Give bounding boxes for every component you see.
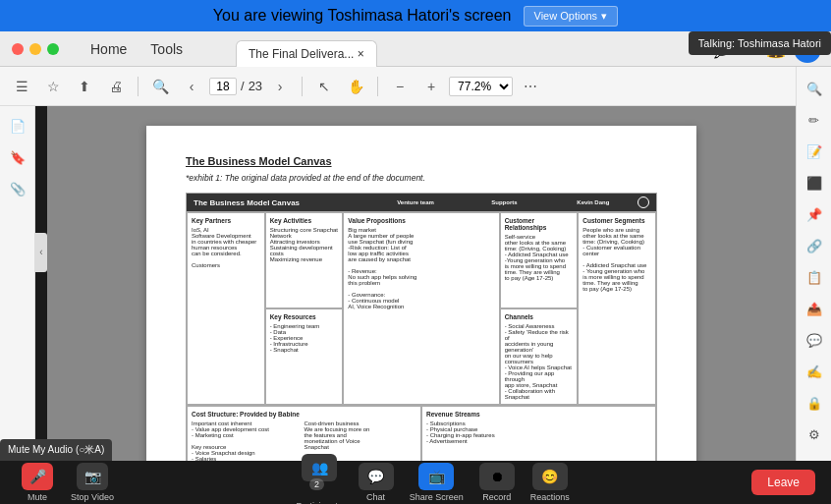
toolbar-menu-icon[interactable]: ☰ [8,73,35,100]
pdf-page: The Business Model Canvas *exhibit 1: Th… [146,126,696,465]
chat-label: Chat [366,492,385,502]
reactions-label: Reactions [530,492,570,502]
print-icon[interactable]: 🖨 [102,73,130,100]
toolbar: ☰ ☆ ⬆ 🖨 🔍 ‹ / 23 › ↖ ✋ − + 77.2% 50% 75%… [0,67,831,106]
tab-bar: The Final Delivera... × [236,31,635,67]
participant-count: 2 [309,478,324,490]
meeting-left-controls: 🎤 Mute 📷 Stop Video [16,463,114,502]
meeting-bar: 🎤 Mute 📷 Stop Video 👥 2 Participants 💬 C… [0,461,831,504]
prev-page-icon[interactable]: ‹ [178,73,205,100]
sidebar-annotate-icon[interactable]: ✏ [801,106,828,134]
mute-button[interactable]: 🎤 Mute [16,463,59,502]
share-screen-button[interactable]: 📺 Share Screen [410,463,464,502]
sidebar-shape-icon[interactable]: ⬛ [801,169,828,196]
minimize-button[interactable] [29,43,41,55]
bmc-key-resources: Key Resources - Engineering team- Data- … [265,308,344,405]
traffic-lights [0,43,71,55]
mute-audio-label: Mute My Audio (○米A) [0,439,112,461]
record-label: Record [482,492,511,502]
bmc-customer-relationships: Customer Relationships Self-serviceother… [500,212,579,308]
separator-3 [377,77,378,96]
bmc-key-activities: Key Activities Structuring core Snapchat… [265,212,344,308]
stop-video-label: Stop Video [71,492,114,502]
reactions-icon: 😊 [532,463,568,490]
sidebar-export-icon[interactable]: 📤 [801,295,828,322]
sidebar-link-icon[interactable]: 🔗 [801,232,828,259]
leave-button[interactable]: Leave [751,470,815,495]
sidebar-highlight-icon[interactable]: 📝 [801,138,828,165]
separator-2 [302,77,303,96]
separator-1 [138,77,138,96]
zoom-plus-icon[interactable]: + [417,73,445,100]
sidebar-protect-icon[interactable]: 🔒 [801,389,828,417]
record-icon: ⏺ [479,463,515,490]
bmc-key-partners: Key Partners IoS, AISoftware Development… [187,212,265,405]
record-button[interactable]: ⏺ Record [479,463,515,502]
next-page-icon[interactable]: › [266,73,294,100]
bmc-value-props: Value Propositions Big marketA large num… [343,212,499,405]
notification-text: You are viewing Toshimasa Hatori's scree… [213,7,512,25]
participants-icon: 👥 [302,454,337,481]
canvas-title: The Business Model Canvas [186,155,657,167]
more-options-icon[interactable]: ⋯ [517,73,544,100]
tooltip: Talking: Toshimasa Hatori [689,31,831,55]
zoom-out-icon[interactable]: 🔍 [146,73,174,100]
sidebar-form-icon[interactable]: 📋 [801,263,828,291]
maximize-button[interactable] [47,43,59,55]
reactions-button[interactable]: 😊 Reactions [530,463,570,502]
content-area: The Business Model Canvas *exhibit 1: Th… [47,106,796,465]
zoom-select[interactable]: 77.2% 50% 75% 100% 150% [449,77,513,96]
menu-home[interactable]: Home [79,31,138,67]
close-button[interactable] [12,43,24,55]
bmc-customer-segments: Customer Segments People who are usingot… [578,212,656,405]
share-screen-label: Share Screen [410,492,464,502]
sidebar-stamp-icon[interactable]: 📌 [801,200,828,228]
notification-bar: You are viewing Toshimasa Hatori's scree… [0,0,831,31]
document-tab[interactable]: The Final Delivera... × [236,40,377,67]
business-model-canvas: The Business Model Canvas Venture team S… [186,193,657,465]
upload-icon[interactable]: ⬆ [71,73,98,100]
sidebar-sign-icon[interactable]: ✍ [801,358,828,385]
view-options-button[interactable]: View Options ▾ [524,6,619,27]
right-sidebar: 🔍 ✏ 📝 ⬛ 📌 🔗 📋 📤 💬 ✍ 🔒 ⚙ [796,67,831,465]
hand-icon[interactable]: ✋ [342,73,369,100]
bmc-header: The Business Model Canvas Venture team S… [187,194,656,211]
attachments-icon[interactable]: 📎 [6,177,29,200]
sidebar-zoom-icon[interactable]: 🔍 [801,75,828,102]
mute-label-text: Mute [28,492,47,502]
participants-button[interactable]: 👥 2 Participants [297,454,343,504]
chat-meeting-icon: 💬 [359,463,394,490]
tab-title: The Final Delivera... × [249,47,364,61]
sidebar-settings-icon[interactable]: ⚙ [801,420,828,448]
page-total: 23 [249,79,262,93]
page-info: / 23 [209,78,262,95]
chat-button[interactable]: 💬 Chat [359,463,394,502]
left-sidebar: 📄 🔖 📎 [0,106,35,465]
share-screen-icon: 📺 [418,463,454,490]
video-icon: 📷 [77,463,108,490]
canvas-note: *exhibit 1: The original data provided a… [186,173,657,183]
menu-bar: Home Tools [79,31,194,67]
bmc-channels: Channels - Social Awareness- Safety 'Red… [500,308,579,405]
bookmark-icon[interactable]: ☆ [39,73,67,100]
stop-video-button[interactable]: 📷 Stop Video [71,463,114,502]
menu-tools[interactable]: Tools [138,31,194,67]
sidebar-comment-icon[interactable]: 💬 [801,326,828,354]
bmc-top-row: Key Partners IoS, AISoftware Development… [187,211,656,405]
bookmarks-icon[interactable]: 🔖 [6,145,29,169]
mute-icon: 🎤 [22,463,53,490]
zoom-minus-icon[interactable]: − [386,73,414,100]
page-number-input[interactable] [209,78,237,95]
cursor-icon[interactable]: ↖ [310,73,338,100]
leave-section: Leave [751,470,815,495]
collapse-arrow[interactable]: ‹ [35,233,47,272]
pages-icon[interactable]: 📄 [6,114,29,138]
meeting-center-controls: 👥 2 Participants 💬 Chat 📺 Share Screen ⏺… [297,454,570,504]
